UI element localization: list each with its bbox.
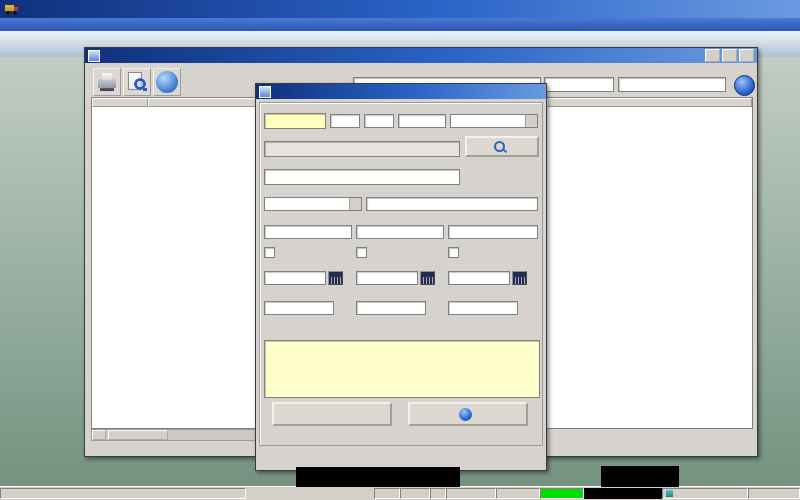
revisao-km-input[interactable] bbox=[264, 301, 334, 315]
window-icon bbox=[259, 86, 271, 98]
filtro-date-input[interactable] bbox=[448, 271, 510, 285]
motorista-input[interactable] bbox=[264, 169, 460, 185]
ano-fab-input[interactable] bbox=[330, 114, 360, 128]
column-header-cliente[interactable] bbox=[547, 98, 752, 107]
combustivel-select[interactable] bbox=[450, 114, 538, 128]
pesquisar-button[interactable] bbox=[465, 136, 539, 157]
marca-select[interactable] bbox=[264, 197, 362, 211]
programar-troca-oleo-checkbox[interactable] bbox=[356, 247, 370, 258]
vehicle-form-titlebar[interactable] bbox=[256, 84, 546, 99]
calendar-button[interactable] bbox=[328, 271, 343, 285]
ano-mod-input[interactable] bbox=[364, 114, 394, 128]
chassi-search-input[interactable] bbox=[618, 77, 726, 92]
app-window bbox=[0, 0, 800, 500]
placa-input[interactable] bbox=[264, 113, 326, 129]
search-window-titlebar[interactable] bbox=[85, 48, 757, 63]
filtro-km-input[interactable] bbox=[448, 301, 518, 315]
chevron-down-icon bbox=[349, 198, 361, 210]
vehicle-form-window bbox=[255, 83, 547, 471]
minimize-button[interactable] bbox=[705, 49, 720, 62]
status-date bbox=[446, 488, 496, 499]
redaction-box bbox=[296, 467, 460, 487]
renavan-input[interactable] bbox=[448, 225, 538, 239]
status-capslock bbox=[400, 488, 430, 499]
status-time bbox=[496, 488, 540, 499]
observacoes-textarea[interactable] bbox=[264, 340, 540, 398]
revisao-date-input[interactable] bbox=[264, 271, 326, 285]
menu-bar bbox=[0, 18, 800, 31]
sair-cadastro-button[interactable] bbox=[408, 402, 528, 426]
clients-grid-body bbox=[547, 107, 752, 428]
status-user-badge bbox=[540, 488, 584, 499]
app-truck-icon bbox=[5, 2, 19, 16]
checkbox-icon bbox=[264, 247, 275, 258]
checkbox-icon bbox=[448, 247, 459, 258]
window-icon bbox=[88, 50, 100, 62]
plate-search-input[interactable] bbox=[544, 77, 614, 92]
scrollbar-thumb[interactable] bbox=[108, 430, 168, 440]
chevron-down-icon bbox=[525, 115, 537, 127]
status-brand bbox=[748, 488, 800, 499]
calendar-button[interactable] bbox=[512, 271, 527, 285]
column-header-placa[interactable] bbox=[92, 98, 148, 107]
programar-troca-filtro-checkbox[interactable] bbox=[448, 247, 462, 258]
modelo-input[interactable] bbox=[366, 197, 538, 211]
printer-icon bbox=[96, 71, 118, 93]
status-location bbox=[0, 488, 246, 499]
restore-button[interactable] bbox=[722, 49, 737, 62]
exit-globe-icon bbox=[156, 71, 178, 93]
salvar-cadastro-button[interactable] bbox=[272, 402, 392, 426]
checkbox-icon bbox=[356, 247, 367, 258]
arrow-right-icon bbox=[459, 408, 472, 421]
chassi-input[interactable] bbox=[356, 225, 444, 239]
go-search-button[interactable] bbox=[734, 75, 755, 96]
clients-grid bbox=[546, 97, 753, 429]
status-blank bbox=[430, 488, 446, 499]
status-redacted-panel bbox=[584, 488, 662, 499]
magnifier-icon bbox=[494, 141, 505, 152]
app-titlebar bbox=[0, 0, 800, 18]
clients-grid-header bbox=[547, 98, 752, 107]
redaction-box bbox=[601, 466, 679, 487]
km-input[interactable] bbox=[398, 114, 446, 128]
exit-window-button[interactable] bbox=[153, 68, 181, 96]
window-controls bbox=[705, 49, 754, 62]
close-button[interactable] bbox=[739, 49, 754, 62]
cliente-input[interactable] bbox=[264, 141, 460, 157]
oleo-date-input[interactable] bbox=[356, 271, 418, 285]
status-bar bbox=[0, 486, 800, 500]
programar-revisao-checkbox[interactable] bbox=[264, 247, 278, 258]
scroll-left-button[interactable] bbox=[92, 430, 106, 440]
status-spacer bbox=[246, 488, 374, 499]
oleo-km-input[interactable] bbox=[356, 301, 426, 315]
status-numlock bbox=[374, 488, 400, 499]
cor-input[interactable] bbox=[264, 225, 352, 239]
print-button[interactable] bbox=[93, 68, 121, 96]
version-icon bbox=[666, 490, 673, 497]
search-icon bbox=[126, 71, 148, 93]
search-button[interactable] bbox=[123, 68, 151, 96]
calendar-button[interactable] bbox=[420, 271, 435, 285]
status-version bbox=[662, 488, 748, 499]
